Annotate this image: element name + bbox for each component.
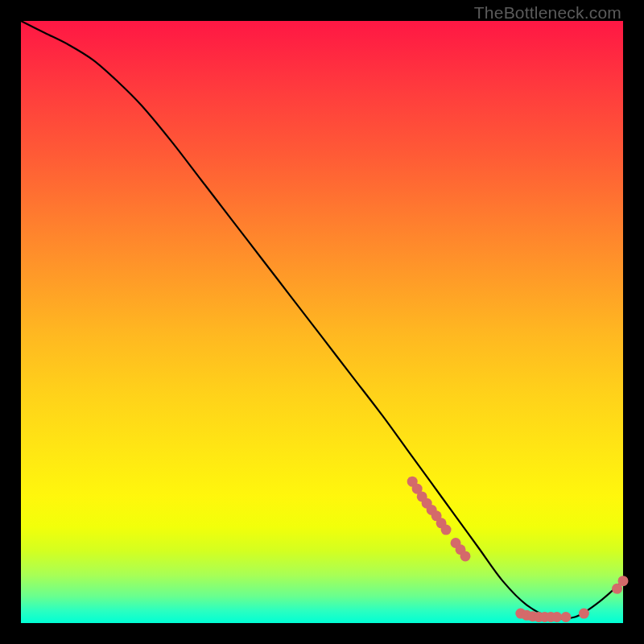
- curve-markers: [407, 477, 629, 622]
- curve-marker: [579, 609, 589, 619]
- curve-marker: [551, 612, 562, 622]
- curve-marker: [441, 525, 452, 535]
- curve-marker: [460, 551, 471, 561]
- curve-marker: [560, 612, 571, 622]
- chart-canvas: TheBottleneck.com: [0, 0, 644, 644]
- chart-overlay: [21, 21, 623, 623]
- curve-marker: [618, 576, 629, 586]
- bottleneck-curve: [21, 21, 623, 619]
- watermark-text: TheBottleneck.com: [474, 3, 621, 23]
